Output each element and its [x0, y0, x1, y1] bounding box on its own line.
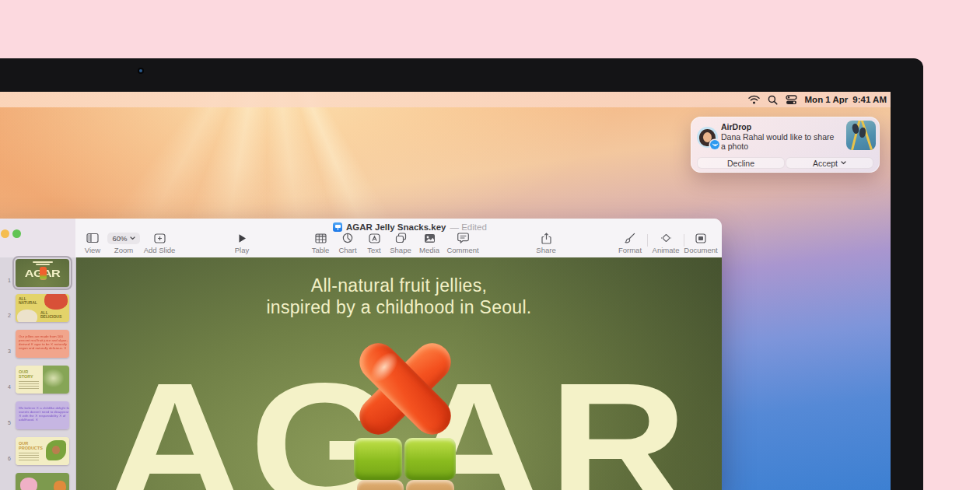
search-icon[interactable]: [768, 95, 778, 105]
window-body: 1 2 3 4 5 6 AGAR: [0, 257, 722, 490]
share-icon: [520, 232, 572, 244]
products-graphic: [43, 437, 69, 465]
slide-thumbnail-2[interactable]: ALL NATURAL ALL DELICIOUS: [16, 294, 69, 322]
slide-number: 5: [0, 420, 11, 425]
slide-number: 3: [0, 348, 11, 354]
notification-message-line2: a photo: [721, 142, 748, 151]
edited-status: — Edited: [450, 222, 487, 232]
slide-thumbnail-1[interactable]: AGAR: [16, 259, 69, 287]
marketing-frame: Mon 1 Apr 9:41 AM AirDrop Dana Rahal wou…: [0, 0, 980, 490]
document-title: AGAR Jelly Snacks.key: [346, 222, 446, 232]
slide-number: 4: [0, 384, 11, 390]
mac-screen: Mon 1 Apr 9:41 AM AirDrop Dana Rahal wou…: [0, 92, 891, 490]
clock-date: Mon 1 Apr: [805, 95, 849, 104]
shared-photo-thumbnail: [846, 121, 876, 150]
slide-headline[interactable]: All-natural fruit jellies, inspired by a…: [76, 275, 722, 318]
slide-number: 2: [0, 313, 11, 318]
slide-canvas[interactable]: All-natural fruit jellies, inspired by a…: [76, 257, 722, 490]
green-jelly: [354, 438, 402, 480]
slide-thumbnail-3[interactable]: Our jellies are made from 100 percent re…: [16, 330, 69, 358]
notification-message-line1: Dana Rahal would like to share: [721, 132, 834, 142]
keynote-window: AGAR Jelly Snacks.key — Edited View 60% …: [0, 219, 722, 490]
keynote-app-icon: [333, 222, 342, 232]
menu-bar-clock[interactable]: Mon 1 Apr 9:41 AM: [805, 95, 887, 104]
share-button[interactable]: Share: [520, 232, 572, 254]
chevron-down-icon: [841, 161, 846, 165]
fullscreen-button[interactable]: [12, 229, 21, 238]
facetime-camera: [138, 68, 144, 74]
airdrop-badge-icon: [710, 140, 719, 149]
document-icon: [674, 232, 722, 244]
orange-x-jelly: [352, 336, 457, 441]
play-icon: [215, 232, 268, 244]
comment-button[interactable]: Comment: [436, 232, 489, 254]
jelly-graphic: [40, 267, 47, 280]
story-photo: [43, 366, 69, 394]
slide-number: 6: [0, 456, 11, 461]
comment-icon: [436, 232, 489, 244]
document-button[interactable]: Document: [674, 232, 722, 254]
slide-navigator: 1 2 3 4 5 6 AGAR: [0, 257, 76, 490]
add-slide-icon: [133, 232, 186, 244]
add-slide-button[interactable]: Add Slide: [133, 232, 186, 254]
amber-jelly: [357, 480, 404, 490]
green-jelly: [404, 438, 456, 480]
amber-jelly: [406, 480, 454, 490]
slide-thumbnail-6[interactable]: OUR PRODUCTS: [16, 437, 69, 465]
accept-button[interactable]: Accept: [786, 157, 873, 169]
play-button[interactable]: Play: [215, 232, 268, 254]
clock-time: 9:41 AM: [852, 95, 887, 104]
notification-title: AirDrop: [721, 122, 751, 131]
window-header: AGAR Jelly Snacks.key — Edited View 60% …: [0, 219, 722, 257]
airdrop-notification[interactable]: AirDrop Dana Rahal would like to share a…: [691, 117, 880, 173]
minimize-button[interactable]: [1, 229, 9, 238]
slide-thumbnail-4[interactable]: OUR STORY: [16, 366, 69, 394]
slide-thumbnail-5[interactable]: We believe ✕ a childlike delight for swe…: [16, 401, 69, 429]
menu-bar: Mon 1 Apr 9:41 AM: [0, 92, 891, 107]
menu-bar-status-items: Mon 1 Apr 9:41 AM: [748, 92, 887, 107]
wifi-icon[interactable]: [748, 95, 760, 104]
jelly-stack-graphic[interactable]: [352, 334, 457, 490]
window-title: AGAR Jelly Snacks.key — Edited: [333, 222, 487, 232]
decline-button[interactable]: Decline: [697, 157, 785, 169]
control-center-icon[interactable]: [786, 95, 797, 105]
slide-number: 1: [0, 278, 11, 283]
slide-thumbnail-7[interactable]: [16, 473, 69, 490]
